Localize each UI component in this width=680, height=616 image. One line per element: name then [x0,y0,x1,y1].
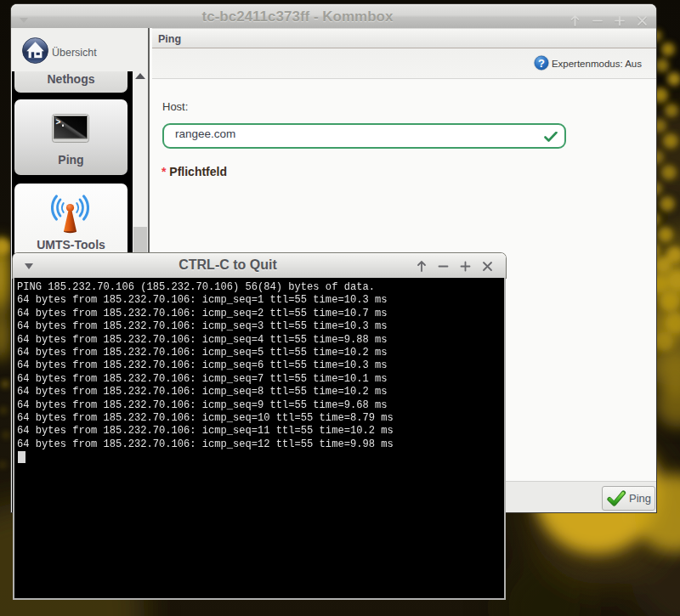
svg-text:>: > [56,118,61,127]
svg-text:?: ? [538,57,545,70]
